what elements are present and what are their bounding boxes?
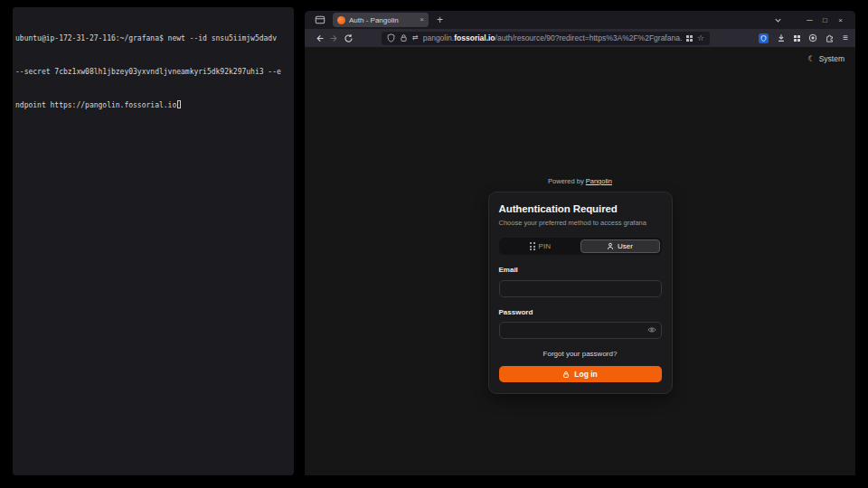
window-controls: ─ □ ×: [774, 15, 848, 24]
method-segmented-control: PIN User: [499, 238, 662, 255]
powered-by: Powered by Pangolin: [488, 177, 673, 185]
url-bar[interactable]: ⇄ pangolin.fossorial.io/auth/resource/90…: [382, 32, 710, 45]
hamburger-menu-icon[interactable]: ≡: [843, 33, 848, 42]
tab-user[interactable]: User: [580, 239, 660, 253]
firefox-view-icon[interactable]: [314, 14, 326, 26]
email-label: Email: [499, 266, 662, 274]
card-title: Authentication Required: [499, 203, 662, 214]
email-input[interactable]: [499, 280, 662, 297]
terminal-cursor: [177, 100, 181, 108]
minimize-button[interactable]: ─: [802, 15, 817, 24]
extension-toolbar: ≡: [759, 33, 848, 43]
back-icon[interactable]: [312, 33, 326, 43]
tab-auth-pangolin[interactable]: Auth - Pangolin ×: [333, 13, 429, 27]
navigation-toolbar: ⇄ pangolin.fossorial.io/auth/resource/90…: [305, 29, 855, 47]
close-button[interactable]: ×: [833, 16, 848, 24]
extensions-grid-icon[interactable]: [794, 35, 800, 42]
tab-pin[interactable]: PIN: [501, 239, 580, 253]
bookmark-star-icon[interactable]: ☆: [697, 34, 704, 42]
auth-column: Powered by Pangolin Authentication Requi…: [488, 177, 673, 394]
card-subtitle: Choose your preferred method to access g…: [499, 219, 662, 227]
containers-icon[interactable]: [686, 35, 693, 42]
pangolin-link[interactable]: Pangolin: [586, 177, 612, 185]
tab-title: Auth - Pangolin: [349, 16, 416, 24]
theme-label: System: [819, 54, 844, 63]
tab-close-icon[interactable]: ×: [420, 16, 424, 23]
forward-icon[interactable]: [326, 33, 341, 43]
refresh-icon[interactable]: [341, 33, 355, 43]
keypad-icon: [530, 242, 535, 250]
password-input[interactable]: [499, 322, 662, 339]
browser-window: Auth - Pangolin × + ─ □ ×: [305, 11, 855, 475]
pangolin-favicon: [337, 16, 345, 24]
terminal-line: ubuntu@ip-172-31-27-116:~/grafana$ newt …: [15, 33, 291, 44]
terminal-window[interactable]: ubuntu@ip-172-31-27-116:~/grafana$ newt …: [13, 7, 294, 475]
forgot-password-link[interactable]: Forgot your password?: [499, 350, 662, 358]
new-tab-button[interactable]: +: [437, 14, 443, 25]
user-icon: [607, 242, 614, 250]
login-lock-icon: [562, 371, 570, 379]
terminal-line: ndpoint https://pangolin.fossorial.io: [15, 100, 291, 111]
lock-icon[interactable]: [400, 33, 408, 42]
theme-toggle[interactable]: ☾ System: [808, 54, 844, 63]
login-button[interactable]: Log in: [499, 366, 662, 382]
switch-protocol-icon: ⇄: [412, 34, 419, 42]
password-manager-extension-icon[interactable]: [759, 33, 769, 43]
maximize-button[interactable]: □: [817, 16, 833, 24]
downloads-icon[interactable]: [777, 33, 786, 42]
puzzle-extensions-icon[interactable]: [826, 33, 835, 42]
adblock-extension-icon[interactable]: [808, 33, 817, 42]
show-password-eye-icon[interactable]: [647, 325, 656, 333]
password-label: Password: [499, 308, 662, 316]
shield-icon[interactable]: [387, 33, 395, 42]
auth-card: Authentication Required Choose your pref…: [488, 192, 673, 394]
list-tabs-chevron-icon[interactable]: [774, 16, 782, 24]
terminal-line: --secret 7cbz1xw08lh1jbzey03yxvndljvneam…: [15, 67, 291, 78]
tab-bar: Auth - Pangolin × + ─ □ ×: [305, 11, 855, 29]
theme-moon-icon: ☾: [808, 55, 816, 63]
url-text[interactable]: pangolin.fossorial.io/auth/resource/90?r…: [423, 33, 682, 42]
page-content: ☾ System Powered by Pangolin Authenticat…: [305, 47, 855, 475]
